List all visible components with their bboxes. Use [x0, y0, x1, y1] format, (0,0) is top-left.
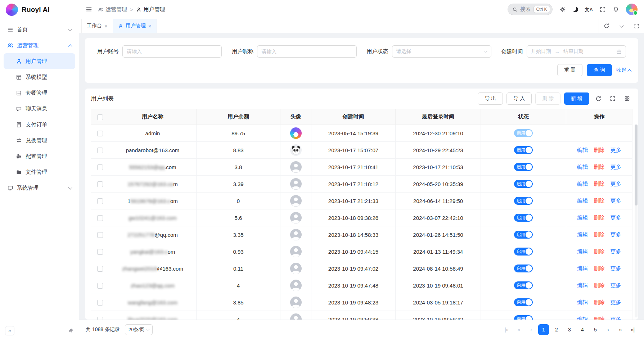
- more-link[interactable]: 更多: [611, 316, 621, 320]
- sidebar-item-payment-orders[interactable]: 支付订单: [4, 117, 75, 132]
- reset-button[interactable]: 重 置: [557, 64, 582, 76]
- user-avatar[interactable]: [626, 4, 638, 15]
- table-scrollbar[interactable]: [635, 125, 638, 317]
- edit-link[interactable]: 编辑: [577, 231, 588, 238]
- next-group-button[interactable]: »: [615, 324, 625, 335]
- edit-link[interactable]: 编辑: [577, 316, 588, 320]
- status-toggle[interactable]: 启用: [514, 163, 533, 171]
- more-link[interactable]: 更多: [611, 231, 621, 238]
- edit-link[interactable]: 编辑: [577, 198, 588, 204]
- delete-link[interactable]: 删除: [594, 231, 605, 238]
- row-checkbox[interactable]: [97, 266, 103, 272]
- sidebar-item-user-management[interactable]: 用户管理: [4, 53, 75, 69]
- status-toggle[interactable]: 启用: [514, 214, 533, 222]
- status-toggle[interactable]: 启用: [514, 129, 533, 137]
- sidebar-item-system-management[interactable]: 系统管理: [4, 180, 75, 196]
- breadcrumb-user-management[interactable]: 用户管理: [136, 6, 165, 13]
- more-link[interactable]: 更多: [611, 164, 621, 170]
- delete-link[interactable]: 删除: [594, 282, 605, 288]
- delete-link[interactable]: 删除: [594, 214, 605, 221]
- translate-icon[interactable]: 文A: [585, 7, 593, 12]
- fullscreen-icon[interactable]: [607, 93, 618, 104]
- close-icon[interactable]: ×: [148, 23, 152, 29]
- row-checkbox[interactable]: [97, 198, 103, 204]
- delete-link[interactable]: 删除: [594, 147, 605, 153]
- menu-toggle-icon[interactable]: [86, 6, 92, 13]
- more-link[interactable]: 更多: [611, 265, 621, 271]
- page-button-3[interactable]: 3: [564, 324, 575, 335]
- delete-link[interactable]: 删除: [594, 299, 605, 305]
- row-checkbox[interactable]: [97, 181, 103, 187]
- page-button-1[interactable]: 1: [538, 324, 549, 335]
- sidebar-item-exchange-management[interactable]: 兑换管理: [4, 132, 75, 148]
- refresh-icon[interactable]: [599, 19, 614, 33]
- row-checkbox[interactable]: [97, 148, 103, 153]
- global-search[interactable]: 搜索 Ctrl K: [508, 4, 553, 15]
- sidebar-item-home[interactable]: 首页: [4, 22, 75, 37]
- page-size-select[interactable]: 20条/页: [125, 324, 153, 335]
- status-toggle[interactable]: 启用: [514, 298, 533, 306]
- dark-mode-moon-icon[interactable]: [573, 7, 578, 12]
- status-toggle[interactable]: 启用: [514, 281, 533, 289]
- more-link[interactable]: 更多: [611, 299, 621, 305]
- tab-user-management[interactable]: 用户管理 ×: [113, 19, 157, 33]
- chevron-down-icon[interactable]: [614, 19, 629, 33]
- scrollbar-thumb[interactable]: [635, 125, 638, 205]
- edit-link[interactable]: 编辑: [577, 299, 588, 305]
- more-link[interactable]: 更多: [611, 147, 621, 153]
- edit-link[interactable]: 编辑: [577, 147, 588, 153]
- next-page-button[interactable]: ›: [603, 324, 613, 335]
- status-toggle[interactable]: 启用: [514, 197, 533, 205]
- edit-link[interactable]: 编辑: [577, 181, 588, 187]
- row-checkbox[interactable]: [97, 283, 103, 289]
- row-checkbox[interactable]: [97, 215, 103, 221]
- query-button[interactable]: 查 询: [587, 64, 612, 76]
- prev-group-button[interactable]: «: [514, 324, 524, 335]
- more-link[interactable]: 更多: [611, 198, 621, 204]
- status-toggle[interactable]: 启用: [514, 315, 533, 320]
- close-icon[interactable]: ×: [104, 23, 108, 29]
- column-settings-grid-icon[interactable]: [622, 93, 632, 104]
- sidebar-item-config-management[interactable]: 配置管理: [4, 148, 75, 164]
- tab-workbench[interactable]: 工作台 ×: [81, 19, 113, 33]
- page-button-5[interactable]: 5: [590, 324, 601, 335]
- status-toggle[interactable]: 启用: [514, 231, 533, 239]
- delete-link[interactable]: 删除: [594, 248, 605, 254]
- sidebar-item-chat-messages[interactable]: 聊天消息: [4, 101, 75, 117]
- row-checkbox[interactable]: [97, 232, 103, 238]
- edit-link[interactable]: 编辑: [577, 164, 588, 170]
- delete-link[interactable]: 删除: [594, 198, 605, 204]
- edit-link[interactable]: 编辑: [577, 214, 588, 221]
- status-toggle[interactable]: 启用: [514, 180, 533, 188]
- export-button[interactable]: 导 出: [478, 92, 503, 105]
- row-checkbox[interactable]: [97, 249, 103, 255]
- row-checkbox[interactable]: [97, 131, 103, 136]
- row-checkbox[interactable]: [97, 317, 103, 320]
- settings-gear-icon[interactable]: [559, 6, 566, 13]
- breadcrumb-operations[interactable]: 运营管理: [98, 6, 127, 13]
- nickname-input[interactable]: [257, 45, 356, 58]
- more-link[interactable]: 更多: [611, 181, 621, 187]
- last-page-button[interactable]: »|: [627, 324, 638, 335]
- status-toggle[interactable]: 启用: [514, 146, 533, 154]
- notification-bell-icon[interactable]: [613, 6, 619, 13]
- status-toggle[interactable]: 启用: [514, 265, 533, 272]
- delete-link[interactable]: 删除: [594, 181, 605, 187]
- sidebar-item-operations[interactable]: 运营管理: [4, 37, 75, 53]
- page-button-4[interactable]: 4: [577, 324, 588, 335]
- sidebar-item-package-management[interactable]: 套餐管理: [4, 85, 75, 101]
- select-all-checkbox[interactable]: [97, 114, 103, 120]
- edit-link[interactable]: 编辑: [577, 282, 588, 288]
- logo[interactable]: Ruoyi AI: [0, 0, 79, 19]
- refresh-icon[interactable]: [593, 93, 604, 104]
- row-checkbox[interactable]: [97, 164, 103, 170]
- status-select[interactable]: 请选择: [392, 45, 491, 58]
- delete-button[interactable]: 删 除: [535, 92, 560, 105]
- add-button[interactable]: 新 增: [564, 92, 589, 105]
- first-page-button[interactable]: |«: [501, 324, 512, 335]
- prev-page-button[interactable]: ‹: [526, 324, 536, 335]
- more-link[interactable]: 更多: [611, 282, 621, 288]
- collapse-filters-link[interactable]: 收起: [616, 67, 631, 73]
- fullscreen-icon[interactable]: [600, 6, 606, 13]
- row-checkbox[interactable]: [97, 300, 103, 306]
